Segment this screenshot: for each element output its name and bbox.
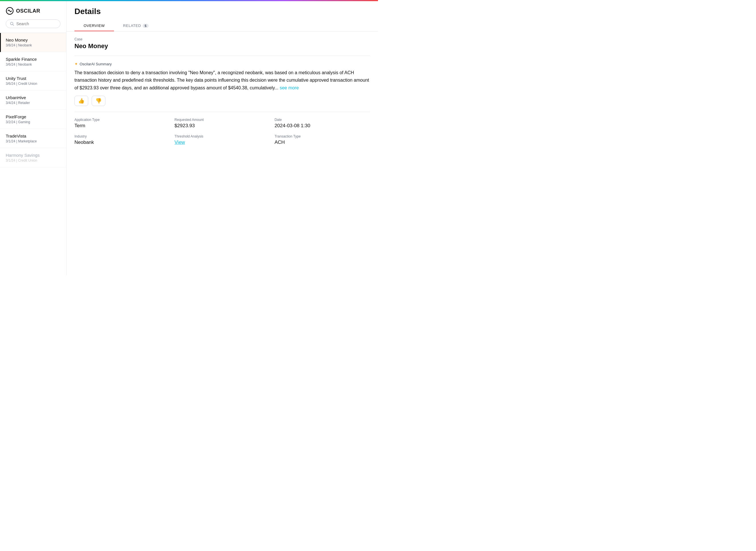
tab-label: OVERVIEW (84, 23, 105, 28)
detail-requested-amount: Requested Amount $2923.93 (174, 118, 270, 129)
main-body: Case Neo Money ✦ OscilarAI Summary The t… (66, 31, 378, 276)
sidebar-item-meta: 3/1/24 | Marketplace (6, 139, 60, 143)
thumbs-up-button[interactable]: 👍 (74, 96, 88, 106)
sidebar-item-sparkle-finance[interactable]: Sparkle Finance 3/6/24 | Neobank (0, 52, 66, 71)
sidebar-item-meta: 3/2/24 | Gaming (6, 120, 60, 124)
ai-sparkle-icon: ✦ (74, 62, 78, 66)
sidebar-item-meta: 3/6/24 | Credit Union (6, 82, 60, 86)
tab-badge-related: 5 (143, 24, 149, 28)
sidebar-item-name: Harmony Savings (6, 153, 60, 157)
sidebar-item-tradevista[interactable]: TradeVista 3/1/24 | Marketplace (0, 129, 66, 148)
detail-industry: Industry Neobank (74, 134, 170, 145)
sidebar-item-name: Unity Trust (6, 76, 60, 81)
sidebar-item-name: Neo Money (6, 38, 60, 42)
sidebar-item-meta: 3/4/24 | Retailer (6, 101, 60, 105)
search-box[interactable] (6, 19, 60, 28)
sidebar-item-meta: 3/8/24 | Neobank (6, 43, 60, 47)
case-value: Neo Money (74, 42, 370, 50)
tab-related[interactable]: RELATED5 (114, 21, 158, 31)
search-icon (10, 22, 14, 26)
sidebar-header: OSCILAR (0, 1, 66, 33)
ai-summary-section: ✦ OscilarAI Summary The transaction deci… (74, 62, 370, 112)
oscilar-logo-icon (6, 7, 14, 15)
feedback-buttons: 👍 👎 (74, 96, 370, 106)
logo-text: OSCILAR (16, 8, 40, 14)
logo: OSCILAR (6, 7, 60, 15)
sidebar-item-harmony-savings[interactable]: Harmony Savings 3/1/24 | Credit Union (0, 148, 66, 167)
sidebar-item-meta: 3/6/24 | Neobank (6, 62, 60, 66)
search-input[interactable] (16, 21, 56, 26)
page-title: Details (74, 7, 370, 16)
sidebar: OSCILAR Neo Money 3/8/24 | Neobank Spark… (0, 1, 66, 276)
tab-overview[interactable]: OVERVIEW (74, 21, 114, 31)
sidebar-item-name: Sparkle Finance (6, 57, 60, 62)
tab-label: RELATED (123, 23, 141, 28)
sidebar-item-unity-trust[interactable]: Unity Trust 3/6/24 | Credit Union (0, 71, 66, 90)
detail-threshold-analysis: Threshold Analysis View (174, 134, 270, 145)
tabs: OVERVIEWRELATED5 (74, 21, 370, 31)
sidebar-item-name: PixelForge (6, 114, 60, 119)
detail-date: Date 2024-03-08 1:30 (275, 118, 370, 129)
thumbs-down-button[interactable]: 👎 (92, 96, 105, 106)
ai-summary-header: ✦ OscilarAI Summary (74, 62, 370, 66)
ai-summary-title: OscilarAI Summary (80, 62, 112, 66)
see-more-link[interactable]: see more (280, 85, 299, 90)
sidebar-item-name: TradeVista (6, 133, 60, 138)
case-label: Case (74, 37, 370, 41)
detail-transaction-type: Transaction Type ACH (275, 134, 370, 145)
main-content: Details OVERVIEWRELATED5 Case Neo Money … (66, 1, 378, 276)
sidebar-item-pixelforge[interactable]: PixelForge 3/2/24 | Gaming (0, 110, 66, 129)
sidebar-item-urbanhive[interactable]: UrbanHive 3/4/24 | Retailer (0, 90, 66, 110)
sidebar-item-meta: 3/1/24 | Credit Union (6, 158, 60, 162)
ai-summary-text: The transaction decision to deny a trans… (74, 69, 370, 92)
sidebar-item-neo-money[interactable]: Neo Money 3/8/24 | Neobank (0, 33, 66, 52)
details-grid: Application Type Term Requested Amount $… (74, 118, 370, 145)
case-section: Case Neo Money (74, 37, 370, 56)
sidebar-list: Neo Money 3/8/24 | Neobank Sparkle Finan… (0, 33, 66, 276)
sidebar-item-name: UrbanHive (6, 95, 60, 100)
detail-application-type: Application Type Term (74, 118, 170, 129)
svg-line-2 (13, 25, 14, 26)
main-header: Details OVERVIEWRELATED5 (66, 1, 378, 31)
threshold-analysis-link[interactable]: View (174, 139, 270, 145)
